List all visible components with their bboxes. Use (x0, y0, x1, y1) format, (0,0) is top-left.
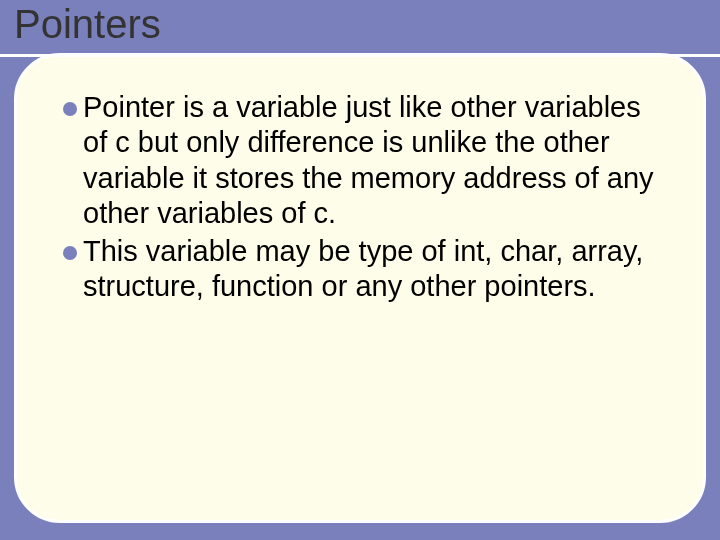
bullet-icon (63, 246, 77, 260)
title-separator (0, 54, 720, 57)
content-card: Pointer is a variable just like other va… (14, 53, 706, 523)
bullet-icon (63, 102, 77, 116)
title-bar: Pointers (0, 0, 720, 60)
bullet-item: This variable may be type of int, char, … (63, 234, 657, 305)
slide-title: Pointers (14, 2, 720, 47)
bullet-text: Pointer is a variable just like other va… (63, 90, 657, 232)
bullet-text: This variable may be type of int, char, … (63, 234, 657, 305)
content-area: Pointer is a variable just like other va… (17, 56, 703, 326)
bullet-item: Pointer is a variable just like other va… (63, 90, 657, 232)
